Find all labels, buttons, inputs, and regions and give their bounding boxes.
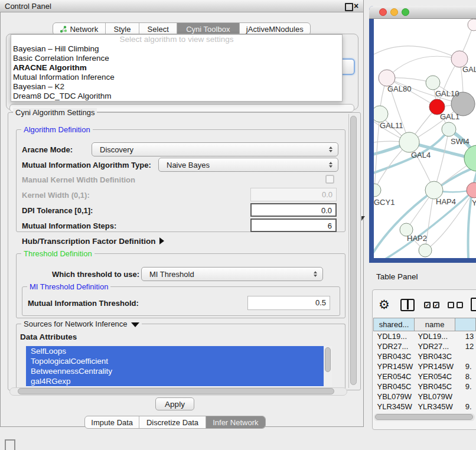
tab-label: Network <box>70 25 98 34</box>
table-cell[interactable]: YLR345W <box>374 402 415 412</box>
table-cell[interactable]: 8. <box>455 371 476 381</box>
dpi-tolerance-input[interactable]: 0.0 <box>250 203 337 217</box>
network-node-gcy1[interactable] <box>374 184 381 197</box>
algorithm-dropdown-list[interactable]: Select algorithm to view settings Bayesi… <box>11 34 343 102</box>
settings-horizontal-scrollbar-thumb[interactable] <box>18 388 334 394</box>
mi-threshold-input[interactable]: 0.5 <box>247 296 330 310</box>
checked-checkbox-icon[interactable]: ✓ <box>433 302 439 308</box>
table-cell[interactable]: YBL079W <box>414 392 455 402</box>
table-cell[interactable]: YDR27... <box>414 341 455 351</box>
table-cell[interactable]: YER054C <box>414 371 455 381</box>
network-node-gal4[interactable] <box>399 132 419 152</box>
checked-checkbox-icon[interactable]: ✓ <box>424 302 431 308</box>
network-node[interactable] <box>419 244 432 257</box>
data-attribute-item[interactable]: BetweennessCentrality <box>26 366 324 376</box>
table-cell[interactable]: YBR043C <box>374 351 415 361</box>
document-icon[interactable] <box>471 298 476 311</box>
table-cell[interactable]: 13 <box>455 331 476 342</box>
clipped-button[interactable] <box>5 439 15 450</box>
control-panel-titlebar[interactable]: Control Panel <box>0 0 364 12</box>
table-cell[interactable]: YBL079W <box>374 392 415 402</box>
hub-definition-toggle[interactable]: Hub/Transcription Factor Definition <box>22 237 164 246</box>
sources-toggle[interactable]: Sources for Network Inference <box>21 319 142 328</box>
table-horizontal-scrollbar-thumb[interactable] <box>375 414 473 420</box>
column-layout-icon[interactable] <box>400 299 415 311</box>
close-traffic-icon[interactable] <box>379 8 387 16</box>
unchecked-checkbox-icon[interactable] <box>448 302 454 308</box>
table-cell[interactable]: YLR345W <box>414 402 455 412</box>
attributes-scrollbar-thumb[interactable] <box>325 347 331 372</box>
table-cell[interactable] <box>455 351 476 361</box>
network-node[interactable] <box>468 19 476 31</box>
network-edge[interactable] <box>387 56 459 78</box>
tab-select[interactable]: Select <box>139 23 177 35</box>
network-graph[interactable]: GALGAL80GAL10GAL1GAL11SWI4GAL4GCY1HAP4YH… <box>374 19 476 258</box>
algorithm-option[interactable]: Dream8 DC_TDC Algorithm <box>11 92 342 101</box>
data-attribute-item[interactable]: gal4RGexp <box>26 376 324 386</box>
gear-icon[interactable]: ⚙ <box>379 298 390 312</box>
table-cell[interactable]: 9. <box>455 381 476 392</box>
tab-discretize-data[interactable]: Discretize Data <box>139 416 205 428</box>
network-node-gal80[interactable] <box>379 70 395 86</box>
node-label: HAP2 <box>407 234 427 243</box>
close-icon[interactable]: × <box>354 1 358 11</box>
data-attribute-item[interactable]: TopologicalCoefficient <box>26 356 324 366</box>
algorithm-option[interactable]: Mutual Information Inference <box>11 73 342 82</box>
table-cell[interactable]: YDR27... <box>374 341 415 351</box>
mi-steps-input[interactable]: 6 <box>250 219 337 232</box>
mi-steps-label: Mutual Information Steps: <box>22 221 116 230</box>
tab-infer-network[interactable]: Infer Network <box>206 416 265 428</box>
table-cell[interactable]: 12 <box>455 341 476 351</box>
kernel-width-input[interactable]: 0.0 <box>250 188 337 201</box>
algorithm-option[interactable]: Bayesian – K2 <box>11 82 342 92</box>
network-view-window[interactable]: GALGAL80GAL10GAL1GAL11SWI4GAL4GCY1HAP4YH… <box>369 6 476 263</box>
table-column-header[interactable]: name <box>414 318 455 331</box>
table-cell[interactable]: 9. <box>455 402 476 412</box>
data-attribute-item[interactable]: SelfLoops <box>26 346 324 356</box>
table-cell[interactable]: YBR045C <box>374 381 415 392</box>
manual-kernel-checkbox[interactable] <box>325 175 334 184</box>
table-cell[interactable]: YBR043C <box>414 351 455 361</box>
threshold-definition-title: Threshold Definition <box>21 249 94 258</box>
hub-definition-label: Hub/Transcription Factor Definition <box>22 237 156 246</box>
stepper-up-icon <box>329 162 332 164</box>
table-column-header[interactable] <box>455 318 476 331</box>
float-window-icon[interactable] <box>345 3 353 11</box>
tab-jactivemnodules[interactable]: jActiveMNodules <box>239 23 310 35</box>
tab-cyni-toolbox[interactable]: Cyni Toolbox <box>177 23 239 35</box>
table-cell[interactable]: 9. <box>455 361 476 371</box>
tab-impute-data[interactable]: Impute Data <box>85 416 139 428</box>
network-canvas[interactable]: GALGAL80GAL10GAL1GAL11SWI4GAL4GCY1HAP4YH… <box>374 19 476 258</box>
table-cell[interactable]: YDL19... <box>414 331 455 342</box>
zoom-traffic-icon[interactable] <box>402 8 409 16</box>
data-attributes-list[interactable]: SelfLoopsTopologicalCoefficientBetweenne… <box>26 346 332 387</box>
table-cell[interactable]: YDL19... <box>374 331 415 342</box>
mi-type-select[interactable]: Naive Bayes <box>158 158 338 172</box>
table-cell[interactable]: YPR145W <box>414 361 455 371</box>
table-cell[interactable]: YBR045C <box>414 381 455 392</box>
which-threshold-select[interactable]: MI Threshold <box>141 267 323 281</box>
table-column-header[interactable]: shared... <box>374 318 415 331</box>
algorithm-option[interactable]: Basic Correlation Inference <box>11 54 342 63</box>
table-cell[interactable]: YER054C <box>374 371 415 381</box>
stepper-down-icon <box>329 165 332 168</box>
algorithm-option[interactable]: Bayesian – Hill Climbing <box>11 44 342 54</box>
algorithm-option[interactable]: ARACNE Algorithm <box>11 63 342 73</box>
table-cell[interactable] <box>455 392 476 402</box>
minimize-traffic-icon[interactable] <box>390 8 398 16</box>
unchecked-checkbox-icon[interactable] <box>457 302 463 308</box>
tab-style[interactable]: Style <box>105 23 139 35</box>
apply-button[interactable]: Apply <box>155 397 194 410</box>
network-node-gal10[interactable] <box>426 76 440 90</box>
network-node[interactable] <box>464 145 476 171</box>
node-label: GAL80 <box>387 84 411 93</box>
table-cell[interactable]: YPR145W <box>374 361 415 371</box>
tab-network[interactable]: Network <box>53 23 105 35</box>
network-node-gal11[interactable] <box>374 106 388 122</box>
settings-vertical-scrollbar-thumb[interactable] <box>350 116 357 385</box>
network-node-swi4[interactable] <box>442 122 456 136</box>
network-node-hap4[interactable] <box>425 181 443 199</box>
node-label: GAL10 <box>435 89 459 98</box>
aracne-mode-select[interactable]: Discovery <box>92 142 338 156</box>
network-window-titlebar[interactable] <box>369 6 476 19</box>
